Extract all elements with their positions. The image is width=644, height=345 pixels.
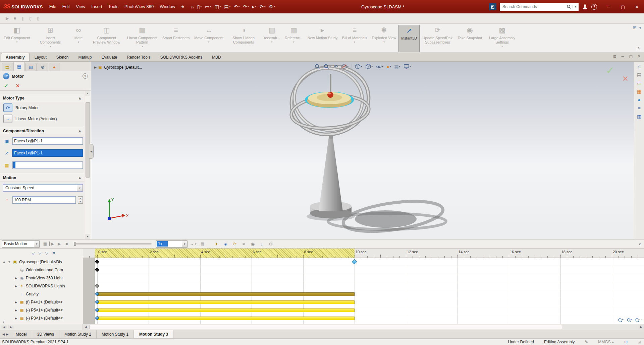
confirmation-cancel-icon[interactable]: ✕ [622,74,629,83]
gyroscope-model[interactable] [91,62,634,239]
doc-minimize-icon[interactable]: ─ [622,54,624,59]
new-document-icon[interactable]: ▯▾ [196,4,203,9]
zoom-in-icon[interactable]: + [618,318,624,323]
motion-profile-select[interactable]: Constant Speed ▼ [3,184,83,192]
motion-tree-item[interactable]: ▶◉PhotoView 360 Light [0,274,83,282]
scrollbar-thumb[interactable] [89,325,562,329]
search-icon[interactable] [567,4,571,9]
dock-icon[interactable]: ⊡ [613,54,616,59]
chevron-down-icon[interactable]: ▾ [390,65,391,68]
save-icon[interactable]: ◫▾ [213,4,223,9]
timeline-change-bar[interactable] [97,317,355,320]
zoom-fit-button[interactable] [313,63,321,70]
appearances-scenes-icon[interactable]: ● [638,97,640,102]
collapse-ribbon-icon[interactable]: ∧ [637,46,640,50]
zoom-out-icon[interactable]: − [627,318,632,323]
previous-view-button[interactable]: ↶ [333,63,339,70]
tab-assembly[interactable]: Assembly [1,53,30,61]
menu-window[interactable]: Window [157,0,178,13]
save-animation-icon[interactable]: ▤ [199,242,206,246]
ribbon-button-move-component[interactable]: ↔Move Component▾ [192,25,226,52]
doc-restore-icon[interactable]: ▢ [629,54,632,59]
dimxpertmanager-tab[interactable]: ⊕ [37,63,48,71]
pin-menu-icon[interactable]: ★ [178,4,187,9]
display-style-button[interactable]: ▾ [364,63,374,70]
study-type-select[interactable]: Basic Motion ▼ [2,240,40,248]
chevron-down-icon[interactable]: ▾ [142,45,143,48]
user-account-icon[interactable] [582,4,588,10]
stepper-up-icon[interactable]: ▲ [78,197,83,200]
ribbon-extra-icon[interactable]: ⊞ [633,25,637,30]
search-input[interactable] [502,4,567,9]
print-icon[interactable]: ▤▾ [222,4,232,9]
configurationmanager-tab[interactable]: ▧ [25,63,37,71]
timeline-scroll-left-icon[interactable]: ◀ [83,324,89,330]
stop-icon[interactable]: ■ [63,242,70,246]
chevron-down-icon[interactable]: ▾ [354,41,355,44]
ok-button[interactable]: ✓ [4,82,9,89]
chevron-down-icon[interactable]: ▾ [347,65,348,68]
view-orientation-button[interactable]: ▾ [354,63,364,70]
chevron-down-icon[interactable]: ▾ [382,65,383,68]
tab-next-icon[interactable]: ▶ [6,333,8,336]
edit-appearance-button[interactable]: ●▾ [385,63,392,70]
motion-tree-item[interactable]: ▶▦(-) P5<1> (Default<< [0,306,83,314]
collapse-section-icon[interactable]: ∧ [78,129,81,133]
ribbon-button-mate[interactable]: ∞Mate▾ [68,25,89,52]
collapse-section-icon[interactable]: ∧ [78,96,81,100]
scroll-down-icon[interactable]: ▼ [85,234,90,239]
tree-scroll-down-icon[interactable]: ∨ [2,320,5,323]
menu-insert[interactable]: Insert [88,0,105,13]
rebuild-icon[interactable]: ⟳▾ [258,4,267,9]
tab-render-tools[interactable]: Render Tools [122,53,155,61]
scroll-up-icon[interactable]: ▲ [85,91,90,96]
graphics-viewport[interactable]: ▶ ▣ Gyroscope (Default... ▾↶▾▾▾▾●▾▦▾▾ ✓ … [91,62,634,239]
ribbon-button-show-hidden-components[interactable]: ◑Show Hidden Components [226,25,261,52]
chevron-down-icon[interactable]: ▼ [34,241,39,247]
scroll-right-icon[interactable]: ▶ [8,326,14,329]
doc-tab-motion-study-2[interactable]: Motion Study 2 [59,330,97,338]
tab-prev-icon[interactable]: ◀ [2,333,5,336]
collapse-motion-manager-icon[interactable]: ∨ [639,242,641,246]
expand-closed-icon[interactable]: ▶ [14,277,18,280]
featuremanager-tab[interactable]: ▤ [2,63,13,71]
menu-edit[interactable]: Edit [59,0,73,13]
motor-direction-input[interactable] [12,149,83,157]
menu-tools[interactable]: Tools [105,0,121,13]
home-icon[interactable]: ⌂ [189,4,195,9]
collapse-section-icon[interactable]: ∧ [78,176,81,180]
ribbon-button-insert-components[interactable]: ⊞Insert Components▾ [33,25,68,52]
timeline-area[interactable]: 0 sec2 sec4 sec6 sec8 sec10 sec12 sec14 … [83,249,644,324]
motion-tree-item[interactable]: ∧▼▣Gyroscope (Default<Dis [0,258,83,266]
cancel-button[interactable]: ✕ [15,83,20,89]
tab-markup[interactable]: Markup [73,53,96,61]
ribbon-button-edit-component[interactable]: ◧Edit Component▾ [1,25,33,52]
open-document-icon[interactable]: ▭▾ [203,4,213,9]
menu-photoview-360[interactable]: PhotoView 360 [121,0,157,13]
chevron-down-icon[interactable]: ▼ [573,5,577,8]
slider-handle[interactable] [74,242,76,246]
pause-icon[interactable]: ∥ [19,16,26,21]
ribbon-button-bill-of-materials[interactable]: ≡Bill of Materials▾ [340,25,370,52]
search-commands-box[interactable]: ▼ [500,3,579,11]
select-icon[interactable]: ▸▾ [251,4,258,9]
expand-closed-icon[interactable]: ▶ [14,317,18,320]
chevron-down-icon[interactable]: ▾ [293,41,294,44]
filter-results-icon[interactable]: ⚑ [52,251,56,256]
solidworks-resources-icon[interactable]: ⌂ [638,64,640,69]
motion-tree-item[interactable]: ◎Orientation and Cam [0,266,83,274]
play-from-start-icon[interactable]: ▶ [49,242,55,246]
ribbon-button-exploded-view[interactable]: ✱Exploded View▾ [370,25,399,52]
minimize-button[interactable]: ─ [602,0,616,13]
doc-tab-motion-study-1[interactable]: Motion Study 1 [97,330,134,338]
redo-icon[interactable]: ↷▾ [241,4,250,9]
collapse-all-icon[interactable]: ∧ [2,260,6,264]
chevron-down-icon[interactable]: ▾ [501,45,503,48]
playback-mode-button[interactable]: → ▼ [190,242,197,246]
undo-icon[interactable]: ↶▾ [232,4,241,9]
ribbon-button-new-motion-study[interactable]: ▸New Motion Study [305,25,340,52]
frame2-icon[interactable]: ▯ [34,16,42,21]
units-selector[interactable]: MMGS ▲ [598,340,614,344]
zoom-area-button[interactable]: ▾ [322,63,332,70]
chevron-down-icon[interactable]: ▼ [77,185,83,191]
